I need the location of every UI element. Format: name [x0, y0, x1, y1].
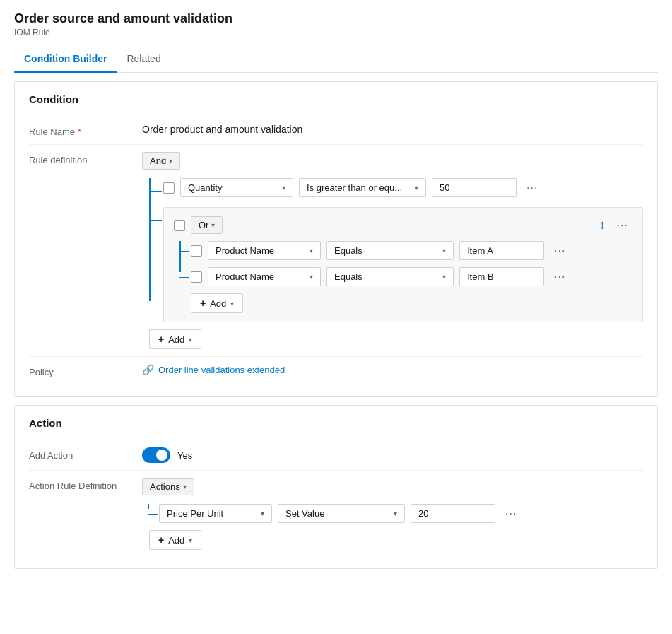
product2-field-select[interactable]: Product Name ▾: [208, 267, 321, 286]
product2-value-input[interactable]: Item B: [459, 267, 544, 286]
product2-operator-chevron-icon: ▾: [442, 273, 446, 281]
policy-link-text: Order line validations extended: [158, 365, 285, 375]
product-name-row-1: Product Name ▾ Equals ▾ Item A ···: [191, 241, 632, 260]
or-group: Or ▾ ⤡ ···: [163, 207, 643, 322]
quantity-condition-row: Quantity ▾ Is greater than or equ... ▾ 5…: [163, 178, 643, 197]
add-action-row: Add Action Yes: [29, 440, 643, 471]
product1-field-select[interactable]: Product Name ▾: [208, 241, 321, 260]
rule-name-label: Rule Name*: [29, 124, 142, 137]
rule-definition-row: Rule definition And ▾ Quantity ▾: [29, 145, 643, 357]
add-action-label: Add Action: [29, 447, 142, 461]
product2-field-chevron-icon: ▾: [310, 273, 313, 281]
price-more-options-button[interactable]: ···: [501, 506, 521, 522]
actions-logic-button[interactable]: Actions ▾: [142, 478, 194, 495]
action-section: Action Add Action Yes Action Rule Defini…: [14, 405, 658, 569]
price-operator-chevron-icon: ▾: [394, 510, 397, 517]
quantity-more-options-button[interactable]: ···: [522, 180, 542, 196]
condition-add-chevron-icon: ▾: [189, 336, 192, 344]
quantity-operator-chevron-icon: ▾: [415, 184, 418, 192]
or-group-checkbox[interactable]: [174, 220, 185, 231]
outer-tree: Quantity ▾ Is greater than or equ... ▾ 5…: [142, 178, 643, 322]
rule-definition-value: And ▾ Quantity ▾ Is greater than or equ.…: [142, 152, 643, 349]
or-chevron-icon: ▾: [211, 221, 215, 229]
price-per-unit-row: Price Per Unit ▾ Set Value ▾ 20 ···: [159, 504, 643, 523]
product1-value-input[interactable]: Item A: [459, 241, 544, 260]
actions-logic-chevron-icon: ▾: [183, 483, 187, 491]
or-group-header: Or ▾ ⤡ ···: [174, 216, 632, 234]
quantity-value-input[interactable]: 50: [432, 178, 517, 197]
or-group-header-left: Or ▾: [174, 216, 223, 234]
product-name-row-2: Product Name ▾ Equals ▾ Item B ···: [191, 267, 632, 286]
condition-section-title: Condition: [29, 93, 643, 105]
action-add-plus-icon: +: [158, 534, 164, 546]
policy-value: 🔗 Order line validations extended: [142, 364, 643, 375]
price-operator-select[interactable]: Set Value ▾: [278, 504, 405, 523]
condition-add-plus-icon: +: [158, 334, 164, 345]
page-subtitle: IOM Rule: [14, 28, 658, 37]
or-button[interactable]: Or ▾: [191, 216, 223, 234]
action-rule-def-row: Action Rule Definition Actions ▾ Price P…: [29, 471, 643, 557]
policy-link-icon: 🔗: [142, 364, 154, 375]
action-add-chevron-icon: ▾: [189, 536, 192, 544]
add-action-toggle[interactable]: [142, 447, 170, 463]
product1-operator-chevron-icon: ▾: [442, 247, 446, 254]
price-field-select[interactable]: Price Per Unit ▾: [159, 504, 272, 523]
price-value-input[interactable]: 20: [411, 504, 495, 523]
toggle-container: Yes: [142, 447, 643, 463]
rule-definition-label: Rule definition: [29, 152, 142, 165]
or-group-more-options-button[interactable]: ···: [613, 218, 632, 233]
quantity-field-select[interactable]: Quantity ▾: [180, 178, 293, 197]
tabs-container: Condition Builder Related: [14, 46, 658, 73]
policy-link[interactable]: 🔗 Order line validations extended: [142, 364, 285, 375]
tab-related[interactable]: Related: [117, 46, 170, 73]
quantity-operator-select[interactable]: Is greater than or equ... ▾: [299, 178, 426, 197]
and-button[interactable]: And ▾: [142, 152, 180, 170]
action-rule-def-value: Actions ▾ Price Per Unit ▾ Set Value ▾: [142, 478, 643, 550]
product1-operator-select[interactable]: Equals ▾: [326, 241, 454, 260]
condition-add-button[interactable]: + Add ▾: [149, 329, 201, 349]
or-group-add-plus-icon: +: [200, 298, 206, 309]
and-chevron-icon: ▾: [169, 157, 172, 165]
or-group-add-button[interactable]: + Add ▾: [191, 293, 243, 313]
actions-tree: Price Per Unit ▾ Set Value ▾ 20 ···: [142, 504, 643, 523]
policy-label: Policy: [29, 364, 142, 377]
or-group-add-chevron-icon: ▾: [230, 300, 234, 307]
action-rule-def-label: Action Rule Definition: [29, 478, 142, 491]
product1-field-chevron-icon: ▾: [310, 247, 313, 254]
product1-checkbox[interactable]: [191, 245, 202, 257]
rule-name-value: Order product and amount validation: [142, 124, 643, 135]
quantity-field-chevron-icon: ▾: [282, 184, 285, 192]
add-action-value: Yes: [142, 447, 643, 463]
action-section-title: Action: [29, 417, 643, 429]
page-title: Order source and amount validation: [14, 11, 658, 26]
policy-row: Policy 🔗 Order line validations extended: [29, 357, 643, 384]
product2-checkbox[interactable]: [191, 271, 202, 283]
product2-more-options-button[interactable]: ···: [550, 269, 570, 285]
rule-name-row: Rule Name* Order product and amount vali…: [29, 117, 643, 145]
collapse-icon[interactable]: ⤡: [596, 218, 610, 233]
inner-tree: Product Name ▾ Equals ▾ Item A ···: [174, 241, 632, 286]
quantity-checkbox[interactable]: [163, 182, 175, 194]
action-add-button[interactable]: + Add ▾: [149, 530, 201, 550]
product1-more-options-button[interactable]: ···: [550, 243, 570, 259]
condition-section: Condition Rule Name* Order product and a…: [14, 81, 658, 397]
or-group-actions: ⤡ ···: [599, 218, 632, 233]
tab-condition-builder[interactable]: Condition Builder: [14, 46, 117, 73]
or-group-container: Or ▾ ⤡ ···: [163, 207, 643, 322]
add-action-toggle-label: Yes: [177, 450, 192, 461]
product2-operator-select[interactable]: Equals ▾: [326, 267, 454, 286]
required-star: *: [78, 127, 81, 137]
price-field-chevron-icon: ▾: [261, 510, 264, 517]
